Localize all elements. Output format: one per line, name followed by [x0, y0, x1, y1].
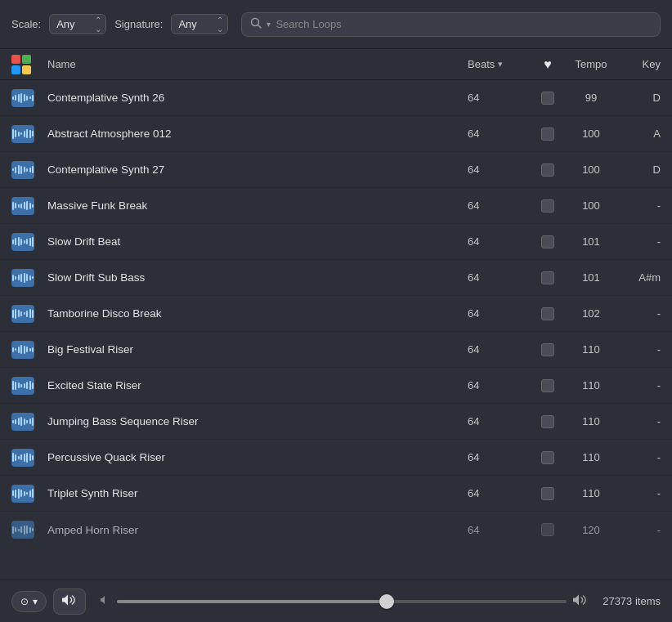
row-beats: 64: [468, 128, 533, 140]
volume-fill: [117, 600, 387, 603]
table-row[interactable]: Contemplative Synth 266499D: [0, 80, 672, 116]
waveform-icon[interactable]: [11, 233, 34, 251]
row-beats: 64: [468, 92, 533, 104]
table-row[interactable]: Jumping Bass Sequence Riser64110-: [0, 404, 672, 440]
favorite-checkbox[interactable]: [541, 307, 554, 320]
favorite-checkbox[interactable]: [541, 415, 554, 428]
row-key: -: [620, 415, 661, 427]
table-row[interactable]: Abstract Atmosphere 01264100A: [0, 116, 672, 152]
favorite-checkbox[interactable]: [541, 163, 554, 177]
row-tempo: 110: [562, 451, 620, 463]
row-favorite[interactable]: [533, 163, 562, 177]
table-row[interactable]: Contemplative Synth 2764100D: [0, 152, 672, 188]
column-header-favorite[interactable]: ♥: [533, 57, 562, 72]
speaker-button[interactable]: [53, 588, 86, 615]
row-key: -: [620, 343, 661, 356]
row-waveform-cell: [11, 413, 47, 431]
column-header-name[interactable]: Name: [47, 58, 468, 70]
table-row[interactable]: Slow Drift Beat64101-: [0, 224, 672, 260]
favorite-checkbox[interactable]: [541, 379, 554, 392]
volume-thumb[interactable]: [379, 594, 394, 609]
row-waveform-cell: [11, 305, 47, 323]
search-container[interactable]: ▾: [241, 12, 661, 37]
favorite-checkbox[interactable]: [541, 523, 554, 536]
table-row[interactable]: Big Festival Riser64110-: [0, 332, 672, 368]
favorite-checkbox[interactable]: [541, 235, 554, 248]
row-beats: 64: [468, 524, 533, 536]
waveform-icon[interactable]: [11, 341, 34, 359]
loop-button[interactable]: ⊙ ▾: [11, 591, 47, 612]
row-key: -: [620, 199, 661, 212]
row-tempo: 101: [562, 235, 620, 248]
row-favorite[interactable]: [533, 379, 562, 392]
waveform-icon[interactable]: [11, 377, 34, 395]
scale-select[interactable]: Any: [49, 14, 106, 34]
row-waveform-cell: [11, 485, 47, 503]
signature-select-wrapper[interactable]: Any ⌃⌄: [171, 14, 228, 34]
favorite-checkbox[interactable]: [541, 128, 554, 141]
table-row[interactable]: Percussive Quack Riser64110-: [0, 440, 672, 476]
bottom-bar: ⊙ ▾: [0, 579, 672, 622]
waveform-icon[interactable]: [11, 269, 34, 287]
waveform-icon[interactable]: [11, 305, 34, 323]
grid-yellow: [22, 65, 31, 74]
waveform-icon[interactable]: [11, 89, 34, 107]
row-name: Contemplative Synth 26: [47, 92, 468, 104]
table-row[interactable]: Tamborine Disco Break64102-: [0, 296, 672, 332]
waveform-icon[interactable]: [11, 161, 34, 179]
waveform-icon[interactable]: [11, 449, 34, 467]
row-favorite[interactable]: [533, 199, 562, 213]
row-waveform-cell: [11, 449, 47, 467]
table-row[interactable]: Excited State Riser64110-: [0, 368, 672, 404]
row-favorite[interactable]: [533, 128, 562, 141]
waveform-icon[interactable]: [11, 485, 34, 503]
row-name: Percussive Quack Riser: [47, 451, 468, 463]
row-favorite[interactable]: [533, 307, 562, 320]
items-count: 27373 items: [603, 595, 661, 607]
loop-icon: ⊙: [20, 596, 29, 607]
row-tempo: 100: [562, 199, 620, 212]
row-favorite[interactable]: [533, 415, 562, 428]
favorite-checkbox[interactable]: [541, 487, 554, 500]
column-header-tempo[interactable]: Tempo: [562, 58, 620, 70]
table-row[interactable]: Triplet Synth Riser64110-: [0, 476, 672, 512]
column-header-key[interactable]: Key: [620, 58, 661, 70]
table-row[interactable]: Massive Funk Break64100-: [0, 188, 672, 224]
waveform-icon[interactable]: [11, 521, 34, 539]
table-row[interactable]: Amped Horn Riser64120-: [0, 512, 672, 548]
volume-slider[interactable]: [117, 600, 567, 603]
row-key: A#m: [620, 271, 661, 284]
search-icon: [250, 17, 262, 32]
favorite-checkbox[interactable]: [541, 271, 554, 284]
waveform-icon[interactable]: [11, 413, 34, 431]
row-favorite[interactable]: [533, 487, 562, 500]
row-favorite[interactable]: [533, 271, 562, 284]
signature-select[interactable]: Any: [171, 14, 228, 34]
column-header-beats[interactable]: Beats ▾: [468, 58, 533, 70]
row-name: Tamborine Disco Break: [47, 307, 468, 320]
waveform-icon[interactable]: [11, 197, 34, 215]
favorite-checkbox[interactable]: [541, 451, 554, 464]
row-key: -: [620, 524, 661, 536]
favorite-checkbox[interactable]: [541, 343, 554, 356]
favorite-checkbox[interactable]: [541, 199, 554, 213]
row-favorite[interactable]: [533, 92, 562, 105]
row-favorite[interactable]: [533, 523, 562, 536]
row-name: Contemplative Synth 27: [47, 163, 468, 176]
loop-chevron-icon: ▾: [33, 596, 38, 607]
row-favorite[interactable]: [533, 343, 562, 356]
favorite-checkbox[interactable]: [541, 92, 554, 105]
row-tempo: 99: [562, 92, 620, 104]
scale-select-wrapper[interactable]: Any ⌃⌄: [49, 14, 106, 34]
search-input[interactable]: [276, 18, 652, 30]
grid-blue: [11, 65, 20, 74]
row-favorite[interactable]: [533, 235, 562, 248]
waveform-icon[interactable]: [11, 125, 34, 143]
row-beats: 64: [468, 343, 533, 356]
row-waveform-cell: [11, 125, 47, 143]
signature-label: Signature:: [114, 18, 163, 30]
row-name: Big Festival Riser: [47, 343, 468, 356]
table-row[interactable]: Slow Drift Sub Bass64101A#m: [0, 260, 672, 296]
row-favorite[interactable]: [533, 451, 562, 464]
row-tempo: 110: [562, 415, 620, 427]
